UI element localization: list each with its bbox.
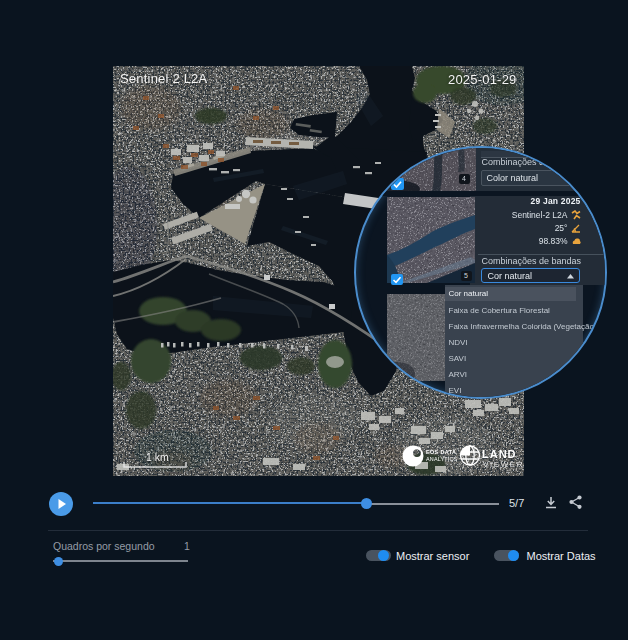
- svg-text:LAND: LAND: [482, 448, 517, 460]
- svg-text:ANALYTICS: ANALYTICS: [426, 456, 458, 462]
- svg-text:EOS DATA: EOS DATA: [426, 449, 456, 455]
- svg-text:VIEWER: VIEWER: [483, 460, 524, 469]
